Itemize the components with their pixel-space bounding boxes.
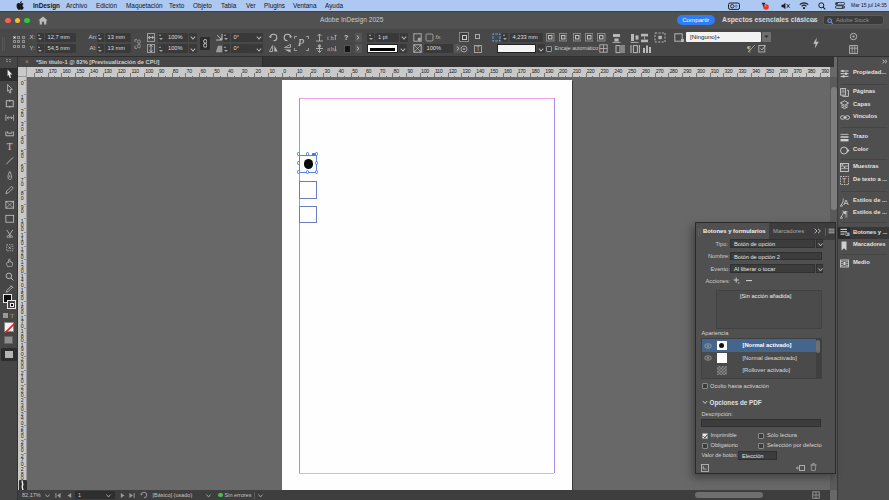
svg-text:¶: ¶ [747,45,751,54]
svg-text:A: A [843,197,849,206]
svg-text:b: b [331,45,335,53]
svg-text:T: T [842,177,847,184]
svg-text:t: t [327,34,329,42]
svg-text:T: T [476,45,480,52]
svg-text:¶: ¶ [844,209,848,219]
svg-text:T: T [6,142,12,151]
svg-text:h: h [331,34,335,42]
